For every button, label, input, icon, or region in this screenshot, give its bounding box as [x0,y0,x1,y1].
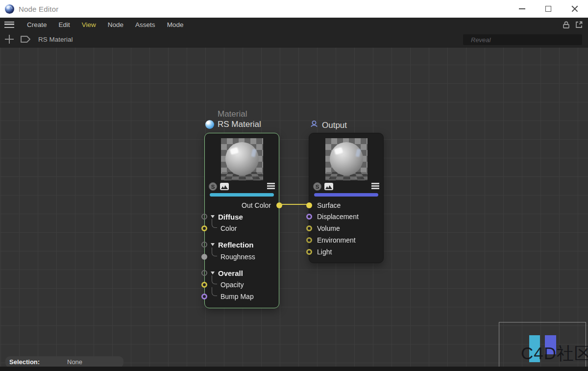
hamburger-menu-icon[interactable] [4,22,14,28]
maximize-button[interactable] [535,0,562,18]
material-node-icon-row: S [205,182,279,191]
minimize-button[interactable] [509,0,535,18]
output-title-text: Output [322,121,347,130]
menu-mode[interactable]: Mode [161,21,190,28]
bump-map-label: Bump Map [220,293,254,300]
output-preview-thumbnail[interactable] [325,138,368,180]
minimize-icon [519,8,525,9]
node-editor-window: Node Editor Create Edit View Node Assets… [0,0,588,371]
output-node-icon-row: S [309,182,383,191]
light-port[interactable] [306,249,312,255]
output-node[interactable]: S Surface Displacement Volume [309,133,384,263]
displacement-port[interactable] [306,214,312,220]
port-row-surface[interactable]: Surface [309,200,383,210]
out-color-label: Out Color [242,201,271,209]
preview-image-icon[interactable] [324,183,333,190]
material-sphere-icon [205,120,214,129]
preview-sphere [330,142,363,175]
menu-node[interactable]: Node [102,21,129,28]
tree-connector [212,287,217,296]
port-row-volume[interactable]: Volume [309,223,383,233]
canvas-bottom-edge [0,367,588,371]
output-node-icon [310,120,318,131]
volume-label: Volume [317,224,340,232]
environment-label: Environment [317,236,356,244]
close-button[interactable] [562,0,588,18]
menu-create[interactable]: Create [21,21,53,28]
preview-image-icon[interactable] [220,183,229,190]
preview-sphere [225,142,259,175]
tree-connector [212,275,217,284]
material-tag-icon[interactable] [20,34,31,44]
breadcrumb[interactable]: RS Material [38,36,73,43]
environment-port[interactable] [306,237,312,243]
watermark-text: C4D社区 [521,342,588,365]
rs-material-node-title[interactable]: RS Material [205,120,261,129]
displacement-label: Displacement [317,213,359,221]
add-node-icon[interactable] [5,35,14,44]
roughness-label: Roughness [220,253,255,261]
breadcrumb-toolbar: RS Material [0,31,588,48]
menu-assets[interactable]: Assets [129,21,161,28]
color-port[interactable] [201,225,207,231]
port-row-displacement[interactable]: Displacement [309,212,383,222]
port-row-out-color: Out Color [205,200,279,210]
reflection-label: Reflection [218,241,254,249]
opacity-label: Opacity [220,281,244,289]
selection-label: Selection: [9,358,40,366]
roughness-port[interactable] [201,254,207,260]
rs-material-node[interactable]: S Out Color Diffuse Color [204,133,279,308]
menu-bar: Create Edit View Node Assets Mode [0,18,588,31]
light-label: Light [317,248,332,256]
tree-connector [212,247,217,256]
diffuse-label: Diffuse [218,213,243,221]
node-graph-canvas[interactable]: Material RS Material Output S [0,48,588,371]
color-label: Color [220,224,237,232]
port-row-light[interactable]: Light [309,247,383,257]
menubar-right [562,20,588,29]
surface-label: Surface [317,201,341,209]
window-controls [509,0,588,18]
output-color-bar [314,193,378,197]
out-color-port[interactable] [276,202,282,208]
collapse-triangle-icon[interactable] [211,215,215,218]
output-node-title[interactable]: Output [310,120,347,131]
menu-edit[interactable]: Edit [53,21,76,28]
menu-view[interactable]: View [76,21,102,28]
port-row-environment[interactable]: Environment [309,235,383,245]
node-menu-icon[interactable] [371,183,379,189]
diffuse-port[interactable] [201,214,207,220]
lock-icon[interactable] [562,20,570,29]
collapse-triangle-icon[interactable] [211,272,215,274]
selection-status: Selection: None [5,356,123,368]
title-bar: Node Editor [0,0,588,18]
collapse-triangle-icon[interactable] [211,243,215,246]
selection-value: None [67,358,82,366]
node-menu-icon[interactable] [267,183,275,189]
open-external-icon[interactable] [574,20,583,29]
material-context-label: Material [218,109,247,119]
window-title: Node Editor [19,5,58,13]
bump-map-port[interactable] [201,294,207,299]
cinema4d-logo-icon [5,4,14,14]
overall-label: Overall [218,269,243,277]
maximize-icon [545,6,551,12]
surface-port[interactable] [306,202,312,208]
rs-material-title-text: RS Material [218,120,261,129]
opacity-port[interactable] [201,282,207,288]
overall-port[interactable] [201,270,207,276]
port-row-bump-map[interactable]: Bump Map [205,292,279,301]
close-icon [571,5,578,12]
material-color-bar [210,193,274,197]
material-preview-thumbnail[interactable] [221,138,263,180]
connection-wire-outcolor-surface[interactable] [279,204,309,205]
reveal-search-input[interactable] [463,34,582,45]
port-row-color[interactable]: Color [205,223,279,233]
reflection-port[interactable] [201,242,207,247]
volume-port[interactable] [306,225,312,231]
tree-connector [212,219,217,228]
solo-icon[interactable]: S [209,182,217,191]
port-row-roughness[interactable]: Roughness [205,252,279,262]
solo-icon[interactable]: S [313,182,321,191]
